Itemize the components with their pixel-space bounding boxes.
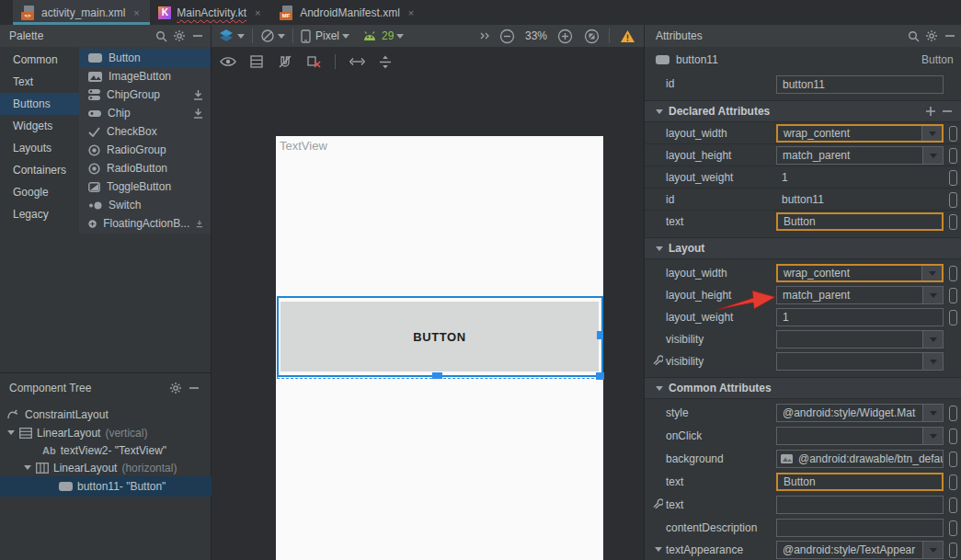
palette-item-radiobutton[interactable]: RadioButton [79, 159, 211, 177]
resource-picker-icon[interactable] [949, 406, 957, 421]
palette-category-text[interactable]: Text [0, 71, 79, 93]
resource-picker-icon[interactable] [949, 148, 957, 164]
device-screen[interactable]: TextView BUTTON [276, 136, 603, 560]
layout-width-dropdown[interactable]: wrap_content [776, 124, 944, 143]
resource-picker-icon[interactable] [949, 126, 957, 142]
palette-category-buttons[interactable]: Buttons [0, 93, 79, 115]
palette-item-button[interactable]: Button [79, 49, 211, 67]
remove-attribute-icon[interactable] [942, 106, 953, 117]
expand-icon[interactable] [655, 547, 662, 552]
close-tab-icon[interactable]: × [252, 7, 263, 18]
warnings-icon[interactable] [618, 27, 636, 45]
resize-handle-bottom[interactable] [432, 372, 442, 379]
text-input[interactable]: Button [776, 473, 944, 491]
close-tab-icon[interactable]: × [406, 7, 417, 18]
palette-item-togglebutton[interactable]: ToggleButton [79, 177, 211, 196]
resource-picker-icon[interactable] [949, 497, 957, 513]
palette-item-chip[interactable]: Chip [79, 104, 211, 122]
id-input[interactable]: button11 [776, 75, 944, 94]
tab-activity-main-xml[interactable]: <> activity_main.xml × [13, 0, 150, 25]
textappearance-dropdown[interactable]: @android:style/TextAppear [776, 541, 944, 559]
layout-variants-icon[interactable] [247, 52, 266, 71]
hide-panel-icon[interactable] [189, 27, 207, 45]
visibility-dropdown[interactable] [776, 330, 944, 349]
chevron-expanded-icon[interactable] [7, 430, 15, 435]
palette-category-containers[interactable]: Containers [0, 159, 79, 181]
layout-height-dropdown[interactable]: match_parent [776, 146, 944, 165]
layout-width-dropdown[interactable]: wrap_content [776, 264, 944, 282]
resource-picker-icon[interactable] [949, 170, 957, 186]
resource-picker-icon[interactable] [949, 288, 957, 303]
resource-picker-icon[interactable] [949, 214, 957, 230]
resource-picker-icon[interactable] [949, 310, 957, 326]
search-icon[interactable] [152, 27, 170, 45]
resource-picker-icon[interactable] [949, 429, 957, 444]
download-icon[interactable] [196, 219, 203, 229]
distribute-vertical-icon[interactable] [376, 52, 395, 71]
resource-picker-icon[interactable] [949, 266, 957, 281]
resize-handle-bottom-right[interactable] [596, 372, 604, 380]
device-selector[interactable]: Pixel [315, 29, 339, 42]
tools-visibility-dropdown[interactable] [776, 352, 944, 371]
tree-node-constraintlayout[interactable]: ConstraintLayout [0, 406, 218, 423]
tools-text-input[interactable] [776, 496, 944, 514]
section-declared-attributes[interactable]: Declared Attributes [645, 100, 961, 122]
palette-category-common[interactable]: Common [0, 49, 79, 71]
palette-item-radiogroup[interactable]: RadioGroup [79, 141, 211, 159]
tab-androidmanifest-xml[interactable]: MF AndroidManifest.xml × [271, 0, 425, 25]
download-icon[interactable] [193, 90, 203, 100]
palette-category-widgets[interactable]: Widgets [0, 115, 79, 137]
gear-icon[interactable] [922, 27, 941, 45]
palette-item-checkbox[interactable]: CheckBox [79, 122, 211, 141]
resource-picker-icon[interactable] [949, 520, 957, 536]
tab-mainactivity-kt[interactable]: K MainActivity.kt × [150, 0, 271, 25]
add-attribute-icon[interactable] [925, 106, 936, 117]
download-icon[interactable] [193, 109, 203, 119]
style-dropdown[interactable]: @android:style/Widget.Mat [776, 404, 944, 422]
zoom-to-fit-icon[interactable] [582, 27, 601, 45]
api-selector[interactable]: 29 [362, 29, 404, 42]
onclick-dropdown[interactable] [776, 427, 944, 445]
resource-picker-icon[interactable] [949, 474, 957, 490]
chevron-expanded-icon[interactable] [24, 465, 31, 470]
hide-panel-icon[interactable] [941, 27, 959, 45]
zoom-in-icon[interactable] [555, 27, 574, 45]
gear-icon[interactable] [170, 27, 189, 45]
palette-category-layouts[interactable]: Layouts [0, 137, 79, 159]
palette-item-imagebutton[interactable]: ImageButton [79, 67, 211, 86]
palette-item-floatingactionbutton[interactable]: FloatingActionB... [79, 214, 211, 233]
design-surface-mode-icon[interactable] [219, 27, 245, 45]
orientation-icon[interactable] [260, 27, 285, 45]
hide-panel-icon[interactable] [185, 379, 203, 397]
background-input[interactable]: @android:drawable/btn_defau [776, 450, 944, 468]
dropdown-arrow-icon [921, 126, 942, 141]
tree-node-linearlayout-horizontal[interactable]: LinearLayout(horizontal) [0, 459, 235, 476]
zoom-out-icon[interactable] [498, 27, 517, 45]
canvas-button[interactable]: BUTTON [280, 302, 599, 371]
layout-weight-input[interactable]: 1 [776, 308, 944, 326]
palette-item-switch[interactable]: Switch [79, 196, 211, 214]
orientation-horizontal-arrows-icon[interactable] [348, 52, 366, 71]
canvas-textview[interactable]: TextView [280, 139, 327, 153]
resource-picker-icon[interactable] [949, 543, 957, 558]
gear-icon[interactable] [166, 379, 185, 397]
resource-picker-icon[interactable] [949, 192, 957, 208]
resource-picker-icon[interactable] [949, 451, 957, 467]
autoconnect-off-magnet-icon[interactable] [276, 52, 294, 71]
view-options-eye-icon[interactable] [219, 52, 237, 71]
search-icon[interactable] [904, 27, 922, 45]
tree-node-linearlayout-vertical[interactable]: LinearLayout(vertical) [0, 424, 218, 441]
section-common-attributes[interactable]: Common Attributes [645, 377, 961, 399]
close-tab-icon[interactable]: × [131, 7, 142, 18]
layout-height-dropdown[interactable]: match_parent [776, 286, 944, 304]
clear-constraints-icon[interactable] [304, 52, 323, 71]
palette-category-legacy[interactable]: Legacy [0, 203, 79, 225]
attr-row-tools-text: text [645, 494, 961, 516]
toolbar-overflow-chevrons-icon[interactable] [479, 27, 490, 45]
section-layout[interactable]: Layout [645, 237, 961, 259]
text-input[interactable]: Button [776, 212, 944, 231]
palette-item-chipgroup[interactable]: ChipGroup [79, 86, 211, 104]
resize-handle-right[interactable] [597, 331, 603, 339]
palette-category-google[interactable]: Google [0, 181, 79, 203]
contentdescription-input[interactable] [776, 519, 944, 537]
